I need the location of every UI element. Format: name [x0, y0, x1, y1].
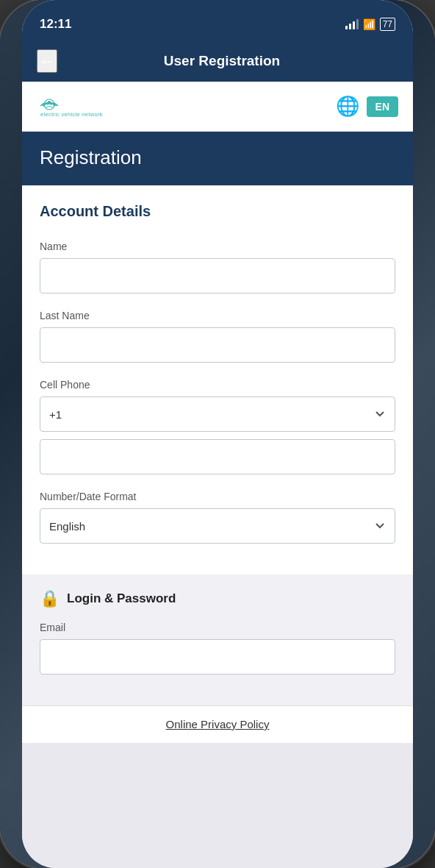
registration-header: Registration: [22, 132, 413, 185]
brand-right: 🌐 EN: [336, 95, 398, 118]
cell-phone-field-group: Cell Phone +1 +44 +52: [40, 379, 395, 474]
back-button[interactable]: ←: [37, 49, 57, 73]
account-details-title: Account Details: [40, 203, 395, 220]
name-field-group: Name: [40, 241, 395, 294]
login-section-title: Login & Password: [67, 591, 176, 606]
name-label: Name: [40, 241, 395, 252]
screen: 12:11 📶 77 ← User Registration: [22, 0, 413, 868]
email-label: Email: [40, 622, 395, 633]
signal-icon: [345, 19, 359, 29]
notch: [170, 0, 265, 22]
brand-bar: electric vehicle network 🌐 EN: [22, 82, 413, 132]
status-bar: 12:11 📶 77: [22, 0, 413, 40]
privacy-policy-link[interactable]: Online Privacy Policy: [166, 718, 270, 730]
svg-text:electric vehicle network: electric vehicle network: [40, 111, 103, 118]
page-title: User Registration: [69, 53, 375, 69]
login-password-section: 🔒 Login & Password Email: [22, 574, 413, 705]
status-time: 12:11: [40, 17, 71, 32]
privacy-bar: Online Privacy Policy: [22, 705, 413, 743]
globe-icon: 🌐: [336, 95, 359, 118]
evn-logo-svg: electric vehicle network: [37, 94, 103, 119]
status-icons: 📶 77: [345, 18, 395, 31]
phone-number-input[interactable]: [40, 439, 395, 474]
battery-icon: 77: [380, 18, 395, 31]
email-input[interactable]: [40, 639, 395, 675]
lock-icon: 🔒: [40, 589, 60, 608]
content-area: Registration Account Details Name Last N…: [22, 132, 413, 868]
login-header: 🔒 Login & Password: [40, 589, 395, 608]
language-button[interactable]: EN: [367, 96, 398, 117]
last-name-label: Last Name: [40, 310, 395, 321]
phone-code-select[interactable]: +1 +44 +52: [40, 396, 395, 432]
number-date-format-label: Number/Date Format: [40, 491, 395, 502]
number-date-format-select[interactable]: English Spanish French: [40, 508, 395, 544]
nav-bar: ← User Registration: [22, 40, 413, 82]
registration-title: Registration: [40, 146, 395, 169]
phone-frame: 12:11 📶 77 ← User Registration: [0, 0, 435, 868]
form-card: Account Details Name Last Name Cell Phon…: [22, 185, 413, 574]
cell-phone-label: Cell Phone: [40, 379, 395, 391]
email-field-group: Email: [40, 622, 395, 675]
brand-logo: electric vehicle network: [37, 94, 103, 119]
last-name-field-group: Last Name: [40, 310, 395, 363]
svg-point-1: [48, 101, 51, 104]
name-input[interactable]: [40, 258, 395, 294]
number-date-format-group: Number/Date Format English Spanish Frenc…: [40, 491, 395, 544]
wifi-icon: 📶: [363, 18, 375, 30]
last-name-input[interactable]: [40, 327, 395, 363]
